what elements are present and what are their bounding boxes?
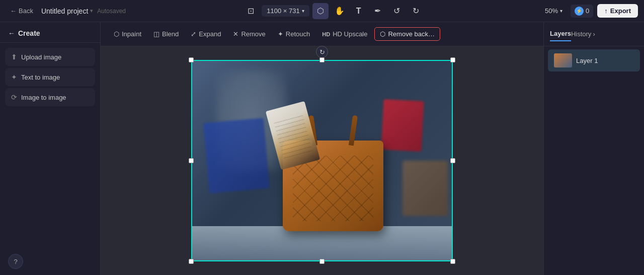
retouch-icon: ✦: [278, 30, 283, 38]
credits-bolt: ⚡: [576, 8, 582, 14]
sidebar-item-image-to-image[interactable]: ⟳ Image to image: [5, 88, 95, 106]
resize-handle-topleft[interactable]: [189, 57, 194, 62]
upload-icon: ⬆: [11, 53, 17, 61]
blend-button[interactable]: ◫ Blend: [148, 28, 184, 40]
resize-handle-bottommid[interactable]: [319, 259, 325, 264]
main-handbag: [278, 115, 388, 231]
tab-history[interactable]: History ›: [571, 30, 595, 38]
canvas-toolbar: ⬡ Inpaint ◫ Blend ⤢ Expand ✕ Remove ✦ Re…: [101, 22, 543, 46]
blend-label: Blend: [162, 30, 179, 38]
inpaint-button[interactable]: ⬡ Inpaint: [109, 28, 146, 40]
remove-icon: ✕: [233, 30, 238, 38]
sidebar-item-upload-image[interactable]: ⬆ Upload image: [5, 48, 95, 66]
zoom-level: 50%: [545, 7, 558, 15]
hd-icon: HD: [322, 31, 330, 37]
resize-handle-bottomleft[interactable]: [189, 259, 194, 264]
sidebar-item-text-to-image[interactable]: ✦ Text to image: [5, 68, 95, 86]
frame-tool-button[interactable]: ⊡: [243, 3, 259, 19]
history-label: History: [571, 30, 591, 38]
inpaint-label: Inpaint: [122, 30, 141, 38]
back-arrow-icon: ←: [10, 7, 17, 15]
text-tool-button[interactable]: T: [351, 3, 367, 19]
resize-handle-topmid[interactable]: [319, 57, 325, 62]
inpaint-icon: ⬡: [114, 30, 119, 38]
rotate-handle[interactable]: ↻: [316, 46, 328, 58]
canvas-size-label: 1100 × 731: [267, 7, 299, 15]
help-button[interactable]: ?: [8, 254, 23, 269]
redo-button[interactable]: ↻: [408, 3, 424, 19]
sidebar-items-list: ⬆ Upload image ✦ Text to image ⟳ Image t…: [0, 43, 100, 111]
sidebar-header: ← Create: [0, 22, 100, 43]
resize-handle-midleft[interactable]: [189, 158, 194, 163]
expand-label: Expand: [199, 30, 221, 38]
text-to-image-label: Text to image: [21, 74, 60, 81]
canvas-size-button[interactable]: 1100 × 731 ▾: [262, 5, 309, 17]
bg-bag-brown: [403, 161, 448, 216]
topbar-right: 50% ▾ ⚡ 0 ↑ Export: [541, 4, 638, 18]
image-to-image-label: Image to image: [21, 94, 66, 101]
autosaved-label: Autosaved: [97, 8, 126, 15]
table-surface: [191, 226, 453, 261]
undo-button[interactable]: ↺: [389, 3, 405, 19]
topbar-left: ← Back Untitled project ▾ Autosaved: [6, 5, 126, 17]
undo-icon: ↺: [393, 6, 400, 16]
topbar-center: ⊡ 1100 × 731 ▾ ⬡ ✋ T ✒ ↺ ↻: [130, 3, 537, 19]
sidebar-bottom: ?: [0, 248, 100, 275]
credits-count: 0: [586, 7, 589, 15]
resize-handle-bottomright[interactable]: [450, 259, 455, 264]
hd-upscale-button[interactable]: HD HD Upscale: [317, 28, 372, 40]
history-chevron-icon: ›: [593, 30, 595, 38]
credits-icon: ⚡: [575, 7, 584, 16]
left-sidebar: ← Create ⬆ Upload image ✦ Text to image …: [0, 22, 101, 275]
hd-upscale-label: HD Upscale: [333, 30, 367, 38]
pen-tool-button[interactable]: ✒: [370, 3, 386, 19]
expand-icon: ⤢: [191, 30, 196, 38]
canvas-area: ⬡ Inpaint ◫ Blend ⤢ Expand ✕ Remove ✦ Re…: [101, 22, 543, 275]
export-arrow-icon: ↑: [604, 7, 608, 15]
redo-icon: ↻: [413, 6, 419, 16]
export-button[interactable]: ↑ Export: [597, 4, 638, 18]
bg-bag-blue: [203, 118, 270, 193]
right-sidebar-tabs: Layers History ›: [544, 22, 644, 46]
credits-button[interactable]: ⚡ 0: [571, 5, 593, 18]
help-icon: ?: [14, 258, 17, 265]
resize-handle-topright[interactable]: [450, 57, 455, 62]
main-layout: ← Create ⬆ Upload image ✦ Text to image …: [0, 22, 644, 275]
cursor-icon: ⬡: [317, 6, 324, 16]
back-button[interactable]: ← Back: [6, 5, 37, 17]
project-title[interactable]: Untitled project ▾: [41, 7, 93, 15]
expand-button[interactable]: ⤢ Expand: [186, 28, 226, 40]
image-to-image-icon: ⟳: [11, 93, 17, 101]
rotate-icon: ↻: [319, 48, 325, 56]
tab-layers[interactable]: Layers: [550, 27, 571, 41]
remove-button[interactable]: ✕ Remove: [228, 28, 270, 40]
layer-thumbnail: [554, 53, 572, 67]
create-back-icon: ←: [8, 29, 15, 37]
retouch-label: Retouch: [286, 30, 310, 38]
zoom-button[interactable]: 50% ▾: [541, 5, 567, 17]
back-label: Back: [19, 7, 33, 15]
remove-label: Remove: [241, 30, 265, 38]
upload-image-label: Upload image: [21, 53, 61, 61]
pen-icon: ✒: [374, 6, 381, 16]
sidebar-title: Create: [18, 29, 40, 37]
hand-icon: ✋: [335, 6, 345, 16]
chevron-down-icon: ▾: [90, 8, 93, 14]
text-to-image-icon: ✦: [11, 73, 17, 81]
select-tool-button[interactable]: ⬡: [312, 3, 329, 19]
layer-name: Layer 1: [576, 57, 598, 64]
project-title-text: Untitled project: [41, 7, 88, 15]
topbar: ← Back Untitled project ▾ Autosaved ⊡ 11…: [0, 0, 644, 22]
bag-handle-right: [349, 115, 358, 146]
canvas-viewport[interactable]: ↻: [101, 46, 543, 275]
resize-handle-midright[interactable]: [450, 158, 455, 163]
canvas-image: [191, 60, 453, 261]
retouch-button[interactable]: ✦ Retouch: [273, 28, 315, 40]
remove-bg-icon: ⬡: [380, 30, 385, 38]
remove-bg-label: Remove back…: [388, 30, 434, 38]
hand-tool-button[interactable]: ✋: [332, 3, 348, 19]
chevron-down-icon: ▾: [302, 8, 304, 14]
canvas-image-wrapper[interactable]: ↻: [191, 60, 453, 261]
remove-background-button[interactable]: ⬡ Remove back…: [374, 27, 440, 41]
layer-item[interactable]: Layer 1: [548, 49, 640, 72]
